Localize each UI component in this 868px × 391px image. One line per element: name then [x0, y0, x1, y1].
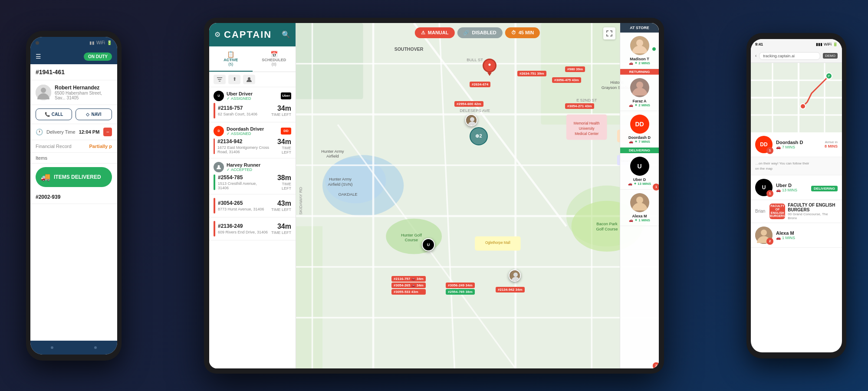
svg-rect-11 [296, 226, 322, 368]
badge-time[interactable]: ⏱45 MIN [505, 27, 540, 38]
restaurant-info: FACULTY OF ENGLISH BURGERS 00 Grand Conc… [788, 203, 838, 220]
right-driver-alexa[interactable]: 2 Alexa M 🚗✦ 1 MINS [620, 190, 659, 226]
order-indicator-5 [214, 221, 215, 237]
main-red-pin [483, 59, 496, 76]
svg-text:SOUTHOVER: SOUTHOVER [395, 46, 424, 52]
filter-icon[interactable] [214, 75, 226, 84]
order-id-5: #2136-249 [218, 223, 268, 229]
delivery-time-row: 🕐 Delivery Time 12:04 PM − [30, 124, 117, 140]
badge-disabled[interactable]: 🔗DISABLED [457, 27, 502, 38]
menu-icon[interactable]: ☰ [36, 53, 41, 60]
order-item-5[interactable]: #2136-249 609 Rivers End Drive, 31406 34… [209, 217, 296, 240]
phone-left-header: ☰ ON DUTY [30, 49, 117, 64]
phone-right-browser-top: ‹ tracking.captain.ai DEMO [751, 49, 842, 63]
url-bar[interactable]: tracking.captain.ai [759, 52, 820, 60]
cluster-bubble[interactable]: ⊕2 [470, 127, 488, 145]
uber-d-photo: U 1 [630, 157, 649, 176]
right-driver-uber[interactable]: U 1 Uber D 🚗✦ 13 MINS [620, 153, 659, 190]
pins-cluster-bottom-right: #2134-942 34m [496, 287, 525, 292]
fullscreen-icon[interactable] [603, 27, 615, 39]
svg-text:Course: Course [405, 238, 418, 242]
gear-icon[interactable]: ⚙ [214, 30, 220, 39]
tablet: ⚙ CAPTAIN 🔍 📋 ACTIVE (5) 📅 SCHEDULED (0) [204, 18, 664, 374]
sidebar-filters: ⬆ [209, 72, 296, 87]
pins-cluster-bottom-left: #2116-757 🚗 34m #3054-265 🚗 34m #3055-53… [391, 276, 426, 295]
battery-icon: 🔋 [107, 40, 112, 45]
alexa-photo-right: 2 [755, 227, 773, 244]
navi-button[interactable]: ◇ NAVI [76, 108, 112, 120]
right-phone-driver-3[interactable]: 2 Alexa M 🚗 1 MINS [751, 223, 842, 248]
tab-scheduled[interactable]: 📅 SCHEDULED (0) [253, 46, 296, 72]
madison-photo [630, 36, 649, 55]
doordash-badge: 1 [766, 147, 773, 154]
clock-icon: 🕐 [36, 128, 43, 135]
sort-icon[interactable]: ⬆ [228, 75, 240, 84]
wifi-icon: WiFi [96, 40, 105, 45]
right-driver-madison[interactable]: Madison T 🚗✦ 2 MINS [620, 33, 659, 69]
right-phone-driver-2[interactable]: U 1 Uber D 🚗 13 MINS DELIVERING [751, 175, 842, 200]
financial-label: Financial Record [36, 144, 72, 149]
uber-logo: Uber [281, 92, 291, 99]
driver-status-2: ✓ ASSIGNED [227, 131, 264, 136]
tablet-screen: ⚙ CAPTAIN 🔍 📋 ACTIVE (5) 📅 SCHEDULED (0) [209, 23, 659, 368]
search-icon[interactable]: 🔍 [282, 30, 290, 39]
svg-point-4 [218, 165, 220, 167]
financial-record: Financial Record Partially p [30, 140, 117, 153]
items-section: Items [30, 153, 117, 164]
back-btn[interactable]: ‹ [755, 53, 756, 58]
signal-right-icon: ▮▮▮ [816, 42, 822, 46]
order-item-1[interactable]: U Uber Driver ✓ ASSIGNED Uber #2116-757 … [209, 87, 296, 122]
on-duty-button[interactable]: ON DUTY [84, 53, 112, 61]
right-driver-doordash[interactable]: DD 1 Doordash D 🚗✦ 7 MINS [620, 111, 659, 148]
driver-marker-1 [465, 114, 477, 126]
uber-info: Uber D 🚗 13 MINS [776, 183, 808, 192]
svg-text:Hunter Army: Hunter Army [329, 177, 352, 181]
demo-badge: DEMO [823, 53, 838, 59]
pins-mid-left: #2954-600 42m [454, 101, 483, 107]
order-id-3: #2554-785 [218, 174, 269, 181]
doordash-logo: DD [281, 128, 291, 135]
driver-status-3: ✓ ACCEPTED [227, 168, 260, 172]
wifi-right-icon: WiFi [824, 42, 832, 46]
truck-icon: 🚚 [41, 172, 50, 182]
delivery-label: Delivery Time [46, 129, 76, 135]
alexa-info: Alexa M 🚗 1 MINS [776, 230, 838, 240]
order-item-3[interactable]: Harvey Runner ✓ ACCEPTED #2554-785 1513 … [209, 158, 296, 194]
svg-point-65 [636, 197, 643, 204]
badge-manual[interactable]: ⚠MANUAL [415, 27, 455, 38]
items-delivered-button[interactable]: 🚚 ITEMS DELIVERED [36, 167, 112, 187]
svg-point-57 [470, 117, 474, 122]
order-indicator-4 [214, 198, 215, 214]
sidebar-logo: CAPTAIN [224, 29, 272, 40]
faraz-name: Faraz A [623, 99, 656, 103]
right-panel-header: AT STORE [620, 23, 659, 33]
uber-d-time: 🚗✦ 13 MINS [623, 182, 656, 186]
svg-text:DELESEPS AVE: DELESEPS AVE [460, 108, 490, 112]
svg-text:Airfield: Airfield [326, 154, 339, 158]
svg-point-67 [41, 88, 46, 93]
tablet-right-panel: AT STORE Madison T 🚗✦ 2 MINS [620, 23, 659, 368]
alexa-name: Alexa M [623, 214, 656, 218]
phone-right-map: P [751, 63, 842, 132]
order-address-5: 609 Rivers End Drive, 31406 [218, 230, 268, 234]
order-item-2[interactable]: D Doordash Driver ✓ ASSIGNED DD #2134-94… [209, 122, 296, 158]
driver-name-1: Uber Driver [227, 91, 253, 96]
phone-customer: Robert Hernandez 6500 Habersham Street, … [30, 80, 117, 105]
minus-button[interactable]: − [103, 128, 112, 136]
svg-point-79 [761, 230, 767, 236]
tablet-map: ⚠MANUAL 🔗DISABLED ⏱45 MIN [296, 23, 659, 368]
order-item-4[interactable]: #3054-265 8773 Hurst Avenue, 31406 43m T… [209, 194, 296, 217]
call-button[interactable]: 📞 CALL [36, 108, 72, 120]
phone-right-statusbar: 9:41 ▮▮▮ WiFi 🔋 [751, 39, 842, 49]
right-status-icons: ▮▮▮ WiFi 🔋 [816, 42, 838, 46]
tab-active[interactable]: 📋 ACTIVE (5) [209, 46, 253, 72]
green-pin-1 [652, 47, 656, 51]
battery-right-icon: 🔋 [833, 42, 838, 46]
right-phone-driver-1[interactable]: DD 1 Doordash D 🚗 7 MINS Arrive in 8 MIN… [751, 132, 842, 157]
svg-text:Hunter Army: Hunter Army [321, 149, 344, 153]
customer-avatar [36, 85, 51, 100]
uber-status: DELIVERING [811, 184, 838, 191]
right-driver-faraz[interactable]: Faraz A 🚗✦ 2 MINS [620, 75, 659, 111]
svg-text:OAKDALE: OAKDALE [338, 192, 357, 197]
pins-mid-right: #3054-271 43m [565, 103, 594, 109]
